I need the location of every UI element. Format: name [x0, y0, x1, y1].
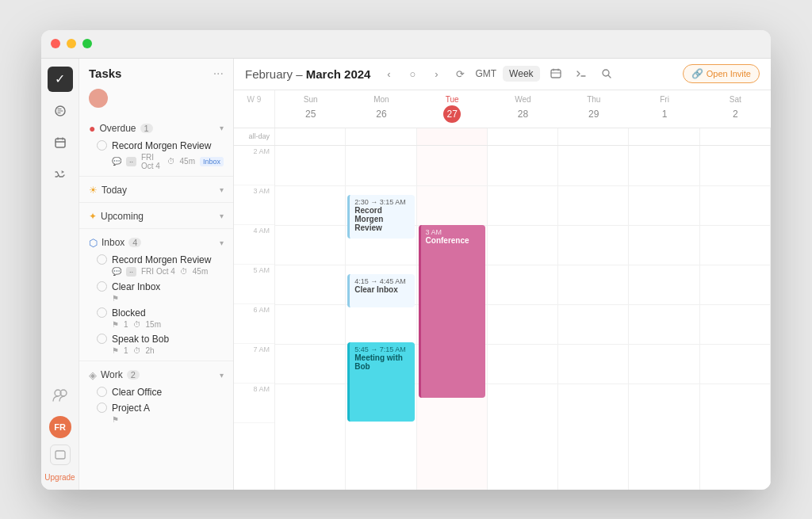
- search-icon[interactable]: [597, 64, 616, 83]
- event-time: 2:30 → 3:15 AM: [354, 198, 409, 206]
- refresh-button[interactable]: ⟳: [451, 65, 469, 82]
- upcoming-label: Upcoming: [101, 211, 144, 222]
- task-item: Record Morgen Review 💬 ·· FRI Oct 4 ⏱ 45…: [79, 138, 233, 173]
- task-name: Clear Inbox: [112, 281, 160, 292]
- task-name: Speak to Bob: [112, 334, 169, 345]
- tasks-panel: Tasks ··· ● Overdue 1 ▾: [79, 59, 234, 490]
- flag-icon: ⚑: [112, 320, 119, 329]
- section-work[interactable]: ◈ Work 2 ▾: [79, 364, 233, 384]
- task-name: Project A: [112, 403, 150, 414]
- day-header-thu: Thu 29: [558, 90, 629, 128]
- day-col-tue: 3 AM Conference: [417, 146, 488, 490]
- today-label: Today: [102, 185, 127, 196]
- calendar-grid: 2 AM 3 AM 4 AM 5 AM 6 AM 7 AM 8 AM: [234, 146, 771, 490]
- section-inbox[interactable]: ⬡ Inbox 4 ▾: [79, 232, 233, 252]
- day-header-sun: Sun 25: [275, 90, 346, 128]
- task-item: Clear Office: [79, 384, 233, 400]
- time-column: 2 AM 3 AM 4 AM 5 AM 6 AM 7 AM 8 AM: [234, 146, 275, 490]
- meta-date: FRI Oct 4: [141, 267, 175, 276]
- event-conference[interactable]: 3 AM Conference: [419, 225, 485, 398]
- event-time: 5:45 → 7:15 AM: [354, 345, 409, 353]
- day-header-sat: Sat 2: [700, 90, 771, 128]
- maximize-button[interactable]: [82, 39, 92, 48]
- sidebar-item-shuffle[interactable]: [48, 162, 73, 187]
- clock-icon: ⏱: [167, 157, 175, 166]
- work-icon: ◈: [89, 369, 97, 381]
- all-day-label: all-day: [234, 128, 275, 145]
- task-checkbox[interactable]: [97, 334, 107, 344]
- day-col-sat: [700, 146, 771, 490]
- user-avatar[interactable]: FR: [49, 416, 71, 438]
- section-upcoming[interactable]: ✦ Upcoming ▾: [79, 206, 233, 225]
- task-name: Blocked: [112, 307, 146, 319]
- all-day-cell-tue: [417, 128, 488, 145]
- flag-icon: ⚑: [112, 415, 119, 424]
- sidebar-item-chat[interactable]: [48, 98, 73, 124]
- today-button[interactable]: ○: [404, 65, 421, 82]
- next-button[interactable]: ›: [427, 65, 445, 82]
- minimize-button[interactable]: [67, 39, 76, 48]
- week-number: W 9: [234, 90, 275, 128]
- task-name: Record Morgen Review: [112, 140, 211, 151]
- meta-duration: 45m: [180, 157, 195, 166]
- task-checkbox[interactable]: [97, 140, 107, 151]
- meta-duration: 2h: [146, 346, 155, 355]
- task-checkbox[interactable]: [97, 387, 107, 397]
- all-day-cell-mon: [346, 128, 416, 145]
- inbox-label: Inbox: [102, 237, 124, 248]
- event-title: Conference: [426, 236, 481, 245]
- comment-icon: 💬: [112, 157, 121, 166]
- time-slot-5am: 5 AM: [234, 265, 274, 304]
- section-overdue[interactable]: ● Overdue 1 ▾: [79, 117, 233, 138]
- task-checkbox[interactable]: [97, 307, 107, 318]
- day-header-wed: Wed 28: [488, 90, 558, 128]
- calendar-picker-icon[interactable]: [546, 64, 565, 83]
- today-icon: ☀: [89, 185, 98, 196]
- prev-button[interactable]: ‹: [380, 65, 397, 82]
- inbox-badge: Inbox: [200, 157, 224, 166]
- flag-icon: ⚑: [112, 346, 119, 355]
- tasks-header: Tasks ···: [79, 59, 233, 86]
- all-day-cell-fri: [629, 128, 699, 145]
- comment-icon: 💬: [112, 267, 121, 276]
- upgrade-button[interactable]: Upgrade: [44, 473, 75, 482]
- app-body: ✓: [41, 59, 771, 490]
- timezone-label: GMT: [475, 68, 496, 79]
- calendar-title: February – March 2024: [245, 67, 370, 81]
- task-checkbox[interactable]: [97, 281, 107, 292]
- open-invite-button[interactable]: 🔗 Open Invite: [683, 64, 760, 83]
- day-header-tue: Tue 27: [417, 90, 488, 128]
- terminal-icon[interactable]: [572, 64, 591, 83]
- time-slot-8am: 8 AM: [234, 384, 274, 423]
- sidebar-item-tasks[interactable]: ✓: [48, 67, 73, 92]
- svg-rect-5: [551, 70, 561, 78]
- meta-count: 1: [124, 320, 128, 329]
- close-button[interactable]: [51, 39, 60, 48]
- calendar-day-columns: 2:30 → 3:15 AM Record Morgen Review 4:15…: [275, 146, 771, 490]
- icon-sidebar: ✓: [41, 59, 79, 490]
- upcoming-icon: ✦: [89, 211, 97, 222]
- event-record-morgen-review[interactable]: 2:30 → 3:15 AM Record Morgen Review: [347, 195, 414, 239]
- task-checkbox[interactable]: [97, 254, 107, 265]
- time-slot-6am: 6 AM: [234, 304, 274, 344]
- all-day-cell-sat: [700, 128, 771, 145]
- tasks-more-button[interactable]: ···: [213, 67, 224, 81]
- sidebar-item-calendar[interactable]: [48, 130, 73, 155]
- notifications-icon[interactable]: [50, 445, 71, 465]
- event-clear-inbox[interactable]: 4:15 → 4:45 AM Clear Inbox: [347, 274, 414, 307]
- section-today[interactable]: ☀ Today ▾: [79, 180, 233, 199]
- day-header-mon: Mon 26: [346, 90, 416, 128]
- time-slot-2am: 2 AM: [234, 146, 274, 185]
- task-name: Record Morgen Review: [112, 254, 211, 265]
- overdue-chevron: ▾: [220, 124, 224, 132]
- meta-priority: ··: [126, 157, 136, 166]
- svg-rect-4: [56, 451, 65, 459]
- today-chevron: ▾: [220, 185, 224, 194]
- group-icon[interactable]: [52, 387, 69, 405]
- view-selector[interactable]: Week: [503, 66, 539, 82]
- event-meeting-bob[interactable]: 5:45 → 7:15 AM Meeting with Bob: [347, 342, 414, 422]
- upcoming-chevron: ▾: [220, 212, 224, 220]
- day-col-sun: [275, 146, 346, 490]
- task-checkbox[interactable]: [97, 403, 107, 413]
- calendar-area: February – March 2024 ‹ ○ › ⟳ GMT Week: [234, 59, 771, 490]
